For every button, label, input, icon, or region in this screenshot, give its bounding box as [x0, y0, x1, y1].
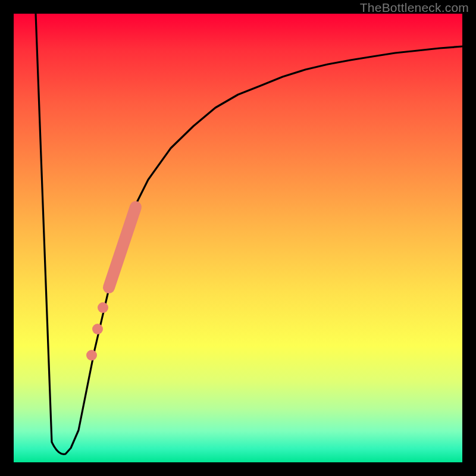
plot-area	[14, 14, 462, 462]
bottleneck-curve	[14, 14, 462, 462]
marker-dot	[98, 302, 108, 313]
curve-path	[36, 14, 462, 454]
chart-frame: TheBottleneck.com	[0, 0, 476, 476]
marker-segment	[109, 207, 136, 287]
marker-dot	[92, 324, 103, 334]
marker-dot	[86, 350, 97, 361]
watermark-text: TheBottleneck.com	[360, 1, 469, 15]
